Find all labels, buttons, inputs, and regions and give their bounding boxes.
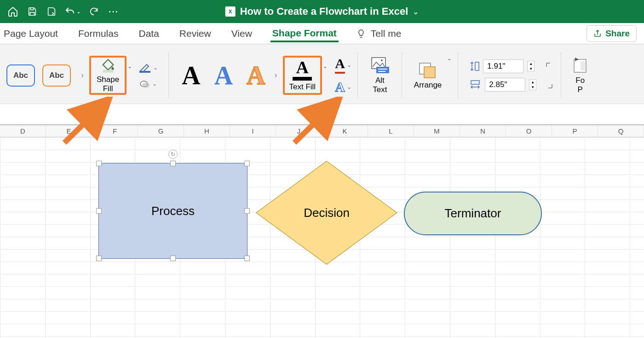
tab-page-layout[interactable]: Page Layout [2,25,60,42]
save-icon[interactable] [26,5,39,18]
height-spinner[interactable]: ▲▼ [527,61,535,72]
format-pane-label: Fo P [575,76,585,94]
text-fill-button[interactable]: A Text Fill [283,56,322,95]
arrange-caret[interactable]: ⌄ [447,55,452,62]
alt-text-label: Alt Text [373,76,387,94]
wordart-style-1[interactable]: A [182,61,200,90]
handle-bl[interactable] [96,256,102,261]
text-fill-icon: A [296,59,309,75]
tab-view[interactable]: View [230,25,254,42]
autosave-icon[interactable] [45,5,58,18]
more-icon[interactable]: ⋯ [107,5,120,18]
handle-mr[interactable] [244,208,250,214]
redo-icon[interactable] [87,5,100,18]
tab-data[interactable]: Data [137,25,161,42]
arrange-label: Arrange [414,81,442,90]
handle-br[interactable] [244,256,250,261]
col-E[interactable]: E [46,125,92,137]
shape-effects-button[interactable]: ⌄ [139,79,158,88]
width-icon [469,80,481,90]
share-icon [593,29,602,38]
text-effects-button[interactable]: A⌄ [335,79,351,95]
width-spinner[interactable]: ▲▼ [529,79,536,90]
col-G[interactable]: G [138,125,184,137]
col-F[interactable]: F [92,125,138,137]
col-D[interactable]: D [0,125,46,137]
alt-text-button[interactable]: Alt Text [364,57,396,94]
title-bar: ⌄ ⋯ X How to Create a Flowchart in Excel… [0,0,644,23]
rotate-handle[interactable]: ↻ [168,150,178,159]
shape-outline-button[interactable]: ⌄ [139,63,158,73]
svg-rect-12 [471,81,479,84]
handle-ml[interactable] [96,208,102,214]
shape-height-input[interactable] [483,59,523,73]
svg-rect-11 [475,62,479,70]
col-N[interactable]: N [460,125,506,137]
shape-fill-caret[interactable]: ⌄ [127,63,132,70]
bulb-icon [356,29,366,39]
wordart-style-3[interactable]: A [247,61,265,90]
share-button[interactable]: Share [586,25,637,42]
wordart-style-2[interactable]: A [214,61,233,90]
shape-styles-more[interactable]: › [78,70,86,80]
col-P[interactable]: P [552,125,598,137]
col-L[interactable]: L [368,125,414,137]
text-outline-button[interactable]: A⌄ [335,56,351,74]
wordart-more-icon[interactable]: › [272,70,280,80]
col-O[interactable]: O [506,125,552,137]
text-fill-label: Text Fill [289,82,316,92]
crop-bottom-icon [546,82,553,89]
col-I[interactable]: I [230,125,276,137]
shape-fill-button[interactable]: Shape Fill [89,56,126,95]
shape-style-2[interactable]: Abc [42,64,71,87]
arrange-button[interactable]: Arrange [408,61,447,90]
alt-text-group: Alt Text [358,47,402,104]
svg-point-3 [142,82,150,88]
undo-icon[interactable]: ⌄ [64,5,81,18]
tell-me[interactable]: Tell me [356,28,402,39]
shape-width-row: ▲▼ [469,78,536,92]
paint-bucket-icon [100,58,116,73]
terminator-shape[interactable]: Terminator [404,192,542,235]
svg-point-5 [381,59,383,61]
decision-shape[interactable]: Decision [255,160,398,265]
home-icon[interactable] [6,5,19,18]
handle-bm[interactable] [170,256,176,261]
svg-rect-6 [376,67,389,73]
tab-formulas[interactable]: Formulas [76,25,121,42]
handle-tr[interactable] [244,161,250,166]
svg-rect-14 [581,61,585,70]
shape-style-1[interactable]: Abc [6,64,35,87]
col-K[interactable]: K [322,125,368,137]
text-outline-icon: A [335,56,345,74]
shape-width-input[interactable] [485,78,525,92]
shape-height-row: ▲▼ [469,59,536,73]
wordart-styles-group: A A A › A Text Fill ⌄ A⌄ A⌄ [169,47,358,104]
col-Q[interactable]: Q [598,125,644,137]
svg-rect-1 [139,71,150,73]
tab-shape-format[interactable]: Shape Format [270,25,339,42]
arrange-group: Arrange ⌄ [402,47,458,104]
excel-file-icon: X [225,6,236,17]
worksheet-grid[interactable]: Process ↻ Decision Terminator [0,137,644,338]
col-J[interactable]: J [276,125,322,137]
formula-bar[interactable] [0,104,644,125]
text-fill-caret[interactable]: ⌄ [323,63,328,70]
col-M[interactable]: M [414,125,460,137]
svg-rect-10 [424,67,435,78]
format-pane-icon [573,57,587,75]
text-fill-swatch [293,77,312,81]
col-H[interactable]: H [184,125,230,137]
process-shape[interactable]: Process ↻ [98,163,247,259]
title-dropdown-icon[interactable]: ⌄ [413,7,419,16]
format-pane-group[interactable]: Fo P [561,47,592,104]
tab-review[interactable]: Review [178,25,213,42]
share-label: Share [605,29,630,39]
ribbon: Abc Abc › Shape Fill ⌄ ⌄ ⌄ A A A › A Tex… [0,44,644,104]
arrange-icon [418,61,438,80]
handle-tm[interactable] [170,161,176,166]
document-title: How to Create a Flowchart in Excel [240,6,408,17]
alt-text-icon [370,57,390,75]
handle-tl[interactable] [96,161,102,166]
process-label: Process [151,204,195,218]
